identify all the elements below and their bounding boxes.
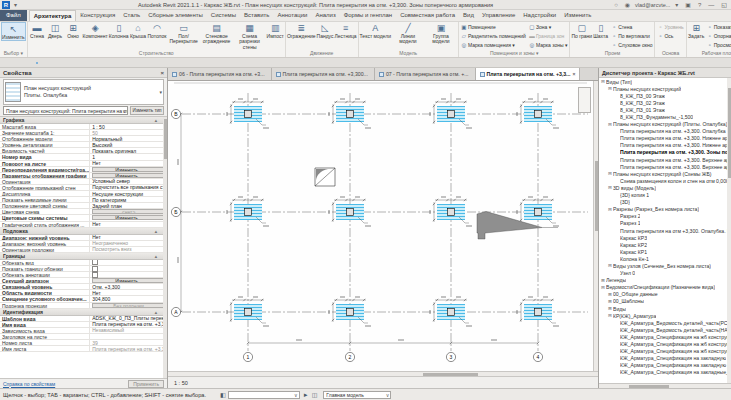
ribbon-button[interactable]: ╱Линии модели xyxy=(392,22,424,45)
tree-item[interactable]: {3D} копия 1 xyxy=(599,192,731,199)
property-row[interactable]: Имя листаПлита перекрытия на отм. +3,300 xyxy=(0,346,167,352)
ribbon-tab[interactable]: Сталь xyxy=(119,10,144,21)
ribbon-tab[interactable]: Сборные элементы xyxy=(144,10,207,21)
tree-item[interactable]: ⊟Виды узлов (Сечение_Без номера листа) xyxy=(599,262,731,269)
ribbon-button[interactable]: ▯Шахта xyxy=(592,22,609,39)
active-workset-dropdown[interactable] xyxy=(228,391,300,399)
ribbon-tab[interactable]: Конструкция xyxy=(76,10,119,21)
view-tab[interactable]: Плита перекрытия на отм. +3,300... xyxy=(272,68,375,80)
tree-item[interactable]: ⊞00_Шаблоны xyxy=(599,298,731,305)
ribbon-small-button[interactable]: ▫Уровень xyxy=(656,22,684,31)
ribbon-tab[interactable]: Формы и генплан xyxy=(340,10,396,21)
tree-item[interactable]: ⊟Разрезы (Разрез_Без номера листа) xyxy=(599,206,731,213)
tree-item[interactable]: Плита перекрытия на отм. +3,300. Нижнее … xyxy=(599,142,731,149)
ribbon-tab[interactable]: Управление xyxy=(478,10,519,21)
model-canvas[interactable]: 1 2 3 4 В Б А xyxy=(168,81,598,371)
tree-item[interactable]: 8_КЖ_ПЗ_00 Этаж xyxy=(599,92,731,99)
apply-button[interactable]: Применить xyxy=(128,380,164,388)
canvas-horizontal-scrollbar[interactable] xyxy=(168,371,598,376)
ribbon-button[interactable]: ▣Группа модели xyxy=(425,22,457,45)
tree-item[interactable]: Плита перекрытия на отм. +3,300. Верхнее… xyxy=(599,156,731,163)
worksets-icon[interactable]: ◧ xyxy=(220,391,226,398)
tree-item[interactable]: КЖ_Арматура_Спецификация на закладные_гр… xyxy=(599,369,731,376)
tree-item[interactable]: Колона Кн-1 xyxy=(599,255,731,262)
tree-item[interactable]: КЖ_Арматура_Спецификация на закладную 3Д… xyxy=(599,362,731,369)
close-view-icon[interactable]: × xyxy=(572,71,575,77)
ribbon-tab[interactable]: Вид xyxy=(459,10,478,21)
ribbon-small-button[interactable]: ▫Слуховое окно xyxy=(610,40,653,49)
tree-item[interactable]: ⊟Планы несущих конструкций (Схемы ЖБ) xyxy=(599,170,731,177)
tree-item[interactable]: Узел 0 xyxy=(599,270,731,277)
ribbon-button[interactable]: ▦Схема разрезки стены xyxy=(234,22,266,50)
view-selector-dropdown[interactable]: План несущих конструкций: Плита перекрыт… xyxy=(3,106,128,115)
restore-button[interactable]: ◱ xyxy=(719,1,729,8)
tree-item[interactable]: Каркас КР3 xyxy=(599,234,731,241)
ribbon-small-button[interactable]: ▫Ось xyxy=(656,31,684,40)
tree-item[interactable]: Плита перекрытия на отм. +3,300. Верхнее… xyxy=(599,163,731,170)
minimize-button[interactable]: — xyxy=(706,2,716,8)
ribbon-button[interactable]: ◠Потолок xyxy=(147,22,166,39)
account-arrow-icon[interactable]: ▾ xyxy=(675,1,678,8)
set-workplane-button[interactable]: ⊞ Задать xyxy=(688,22,705,39)
tree-item[interactable]: Плита перекрытия на отм. +3,300. Нижнее … xyxy=(599,135,731,142)
ribbon-tab[interactable]: Совместная работа xyxy=(396,10,459,21)
tree-item[interactable]: Разрез 2 xyxy=(599,213,731,220)
tree-item[interactable]: 8_КЖ_ПЗ_02 Этаж xyxy=(599,99,731,106)
search-icon[interactable]: ○ xyxy=(614,2,618,8)
tree-item[interactable]: Плита перекрытия на отм. +3,300. Зоны по… xyxy=(599,149,731,156)
ribbon-small-button[interactable]: ▫Просмотр xyxy=(706,40,731,49)
ribbon-small-button[interactable]: ▫Опорная плоскость xyxy=(706,31,731,40)
modify-button[interactable]: ↖ Изменить xyxy=(1,22,26,41)
tree-item[interactable]: Плита перекрытия на отм +3,300. Опалубка… xyxy=(599,227,731,234)
account-name[interactable]: vlad@arcvte... xyxy=(635,2,670,8)
ribbon-small-button[interactable]: ▫Стена xyxy=(610,22,653,31)
section-header-underlay[interactable]: Подложка xyxy=(0,228,167,235)
tree-item[interactable]: ⊟Ведомости/Спецификации (Назначение вида… xyxy=(599,284,731,291)
ribbon-button[interactable]: ▯Колонна xyxy=(109,22,129,39)
tree-item[interactable]: Схема размещения колон и стен на отм 0,0… xyxy=(599,177,731,184)
ribbon-small-button[interactable]: ▣Помещение xyxy=(460,22,527,31)
tree-item[interactable]: ⊞Виды xyxy=(599,305,731,312)
ribbon-tab[interactable]: Архитектура xyxy=(29,10,77,21)
tree-item[interactable]: ⊞Легенды xyxy=(599,277,731,284)
tree-item[interactable]: КЖ_Арматура_Спецификация на жб конструкц… xyxy=(599,348,731,355)
tree-item[interactable]: Каркас КР2 xyxy=(599,241,731,248)
ribbon-button[interactable]: AТекст модели xyxy=(360,22,391,39)
revit-logo-icon[interactable]: R xyxy=(2,1,10,9)
close-icon[interactable]: × xyxy=(160,70,164,76)
worksharing-icon[interactable]: ◫ xyxy=(312,391,318,398)
chevron-down-icon[interactable]: ▾ xyxy=(159,89,162,95)
tree-item[interactable]: КЖ_Арматура_Ведомость деталей_часть(НА) xyxy=(599,326,731,333)
section-header-extents[interactable]: Границы xyxy=(0,253,167,260)
ribbon-button[interactable]: ▬Стена xyxy=(29,22,46,39)
tree-item[interactable]: ⊟3D виды (Модель) xyxy=(599,184,731,191)
ribbon-small-button[interactable]: ▫Показать xyxy=(706,22,731,31)
ribbon-button[interactable]: ▥Импост xyxy=(267,22,284,39)
ribbon-small-button[interactable]: ▢Зона ▾ xyxy=(528,22,569,31)
tree-item[interactable]: Плита перекрытия на отм. +3,300. Опалубк… xyxy=(599,128,731,135)
tree-item[interactable]: ⊟Виды (Тип) xyxy=(599,78,731,85)
section-header-graphics[interactable]: Графика xyxy=(0,117,167,124)
tab-file[interactable]: Файл xyxy=(0,10,27,21)
view-tab[interactable]: 07 - Плита перекрытия на отм. +... xyxy=(375,68,476,80)
ribbon-small-button[interactable]: ▱Разделитель помещений xyxy=(460,31,527,40)
ribbon-button[interactable]: ◈Компонент xyxy=(83,22,108,39)
group-label-rooms[interactable]: Помещения и зоны ▾ xyxy=(460,50,569,57)
type-selector-preview[interactable]: План несущих конструкций Плиты. Опалубка… xyxy=(3,79,164,105)
ribbon-button[interactable]: ▤Стеновое ограждение xyxy=(201,22,233,45)
view-tab[interactable]: 06 - Плита перекрытия на отм. +3... xyxy=(168,68,272,80)
browser-vertical-scrollbar[interactable] xyxy=(727,78,731,383)
tree-item[interactable]: Разрез 1 xyxy=(599,220,731,227)
ribbon-tab[interactable]: Анализ xyxy=(311,10,339,21)
ribbon-button[interactable]: ▢По грани xyxy=(571,22,592,39)
tree-item[interactable]: ⊞00_Общие данные xyxy=(599,291,731,298)
floor-plan-drawing[interactable]: 1 2 3 4 В Б А xyxy=(168,81,593,371)
app-store-icon[interactable]: ▣ xyxy=(685,1,691,8)
ribbon-small-button[interactable]: ▬Граница зон xyxy=(528,31,569,40)
ribbon-tab[interactable]: Надстройки xyxy=(519,10,560,21)
ribbon-button[interactable]: ◺Пандус xyxy=(317,22,334,39)
editing-requests-icon[interactable]: ► xyxy=(303,392,309,398)
app-menu-arrow-icon[interactable]: ▾ xyxy=(14,1,17,8)
ribbon-button[interactable]: ⌂Крыша xyxy=(129,22,146,39)
tree-item[interactable]: ⊟КР(КЖ)_Арматура xyxy=(599,312,731,319)
